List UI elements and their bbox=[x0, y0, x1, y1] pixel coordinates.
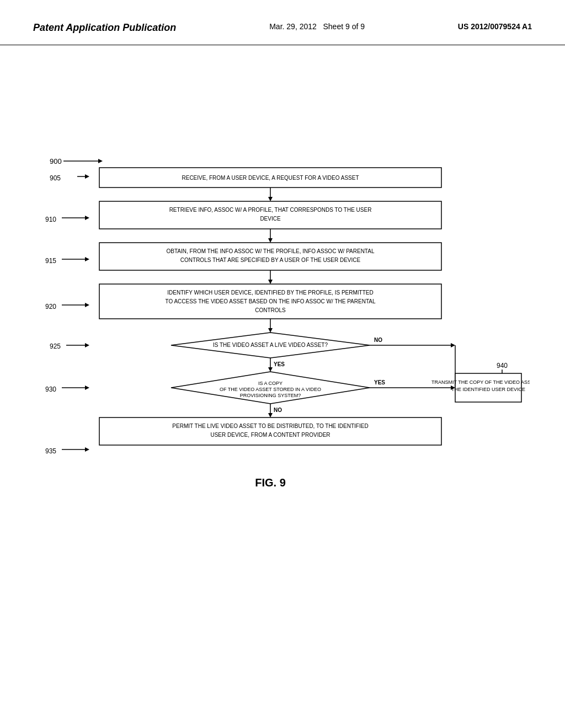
text-930-2: OF THE VIDEO ASSET STORED IN A VIDEO bbox=[220, 387, 321, 392]
text-930-1: IS A COPY bbox=[258, 381, 282, 386]
text-910-1: RETRIEVE INFO, ASSOC W/ A PROFILE, THAT … bbox=[169, 207, 372, 213]
main-content: 900 905 RECEIVE, FROM A USER DEVICE, A R… bbox=[0, 45, 565, 575]
arrow-920-925-head bbox=[268, 328, 273, 333]
box-910 bbox=[99, 201, 441, 229]
arrow-915-920-head bbox=[268, 280, 273, 284]
arrow-930-no-head bbox=[268, 413, 273, 417]
patent-number: US 2012/0079524 A1 bbox=[458, 22, 532, 31]
label-910: 910 bbox=[45, 216, 56, 223]
arrow-925-no-head bbox=[451, 343, 455, 347]
text-935-1: PERMIT THE LIVE VIDEO ASSET TO BE DISTRI… bbox=[172, 423, 368, 429]
arrow-915-head bbox=[85, 257, 89, 261]
label-yes-925: YES bbox=[274, 361, 285, 367]
text-935-2: USER DEVICE, FROM A CONTENT PROVIDER bbox=[210, 432, 330, 438]
arrow-920-head bbox=[85, 303, 89, 307]
text-925: IS THE VIDEO ASSET A LIVE VIDEO ASSET? bbox=[213, 342, 328, 348]
label-915: 915 bbox=[45, 257, 56, 265]
text-940-2: THE IDENTIFIED USER DEVICE bbox=[451, 387, 525, 392]
label-905: 905 bbox=[50, 174, 61, 182]
text-920-3: CONTROLS bbox=[255, 307, 286, 313]
arrow-910-915-head bbox=[268, 238, 273, 243]
figure-label: FIG. 9 bbox=[255, 477, 286, 489]
box-935 bbox=[99, 417, 441, 445]
text-930-3: PROVISIONING SYSTEM? bbox=[240, 393, 301, 398]
text-920-1: IDENTIFY WHICH USER DEVICE, IDENTIFIED B… bbox=[167, 290, 373, 296]
patent-number-text: US 2012/0079524 A1 bbox=[458, 22, 532, 31]
arrow-930-head bbox=[85, 386, 89, 390]
arrow-935-head bbox=[85, 447, 89, 452]
label-925: 925 bbox=[50, 342, 61, 350]
text-915-1: OBTAIN, FROM THE INFO ASSOC W/ THE PROFI… bbox=[167, 248, 375, 254]
arrow-910-head bbox=[85, 216, 89, 220]
label-940: 940 bbox=[497, 362, 508, 370]
text-920-2: TO ACCESS THE VIDEO ASSET BASED ON THE I… bbox=[165, 298, 375, 304]
text-940-1: TRANSMIT THE COPY OF THE VIDEO ASSET TO bbox=[431, 379, 530, 385]
text-910-2: DEVICE bbox=[260, 216, 281, 222]
box-915 bbox=[99, 243, 441, 270]
arrow-905-head bbox=[85, 174, 89, 179]
arrow-925-yes-head bbox=[268, 367, 273, 372]
arrow-905-910-head bbox=[268, 197, 273, 201]
publication-date: Mar. 29, 2012 bbox=[269, 22, 317, 31]
label-930: 930 bbox=[45, 386, 56, 393]
date-sheet-info: Mar. 29, 2012 Sheet 9 of 9 bbox=[269, 22, 365, 31]
label-no-925: NO bbox=[374, 337, 382, 343]
flowchart-svg: 900 905 RECEIVE, FROM A USER DEVICE, A R… bbox=[33, 56, 530, 553]
publication-title-text: Patent Application Publication bbox=[33, 22, 176, 33]
label-935: 935 bbox=[45, 447, 56, 455]
label-900: 900 bbox=[50, 157, 62, 165]
arrow-start-head bbox=[98, 159, 103, 163]
page-header: Patent Application Publication Mar. 29, … bbox=[0, 0, 565, 45]
label-no-930: NO bbox=[274, 407, 282, 413]
label-yes-930: YES bbox=[374, 379, 385, 386]
text-915-2: CONTROLS THAT ARE SPECIFIED BY A USER OF… bbox=[180, 257, 361, 263]
arrow-925-head bbox=[85, 343, 89, 347]
publication-title: Patent Application Publication bbox=[33, 22, 176, 34]
sheet-info: Sheet 9 of 9 bbox=[323, 22, 365, 31]
text-905: RECEIVE, FROM A USER DEVICE, A REQUEST F… bbox=[182, 175, 359, 181]
label-920: 920 bbox=[45, 303, 56, 311]
